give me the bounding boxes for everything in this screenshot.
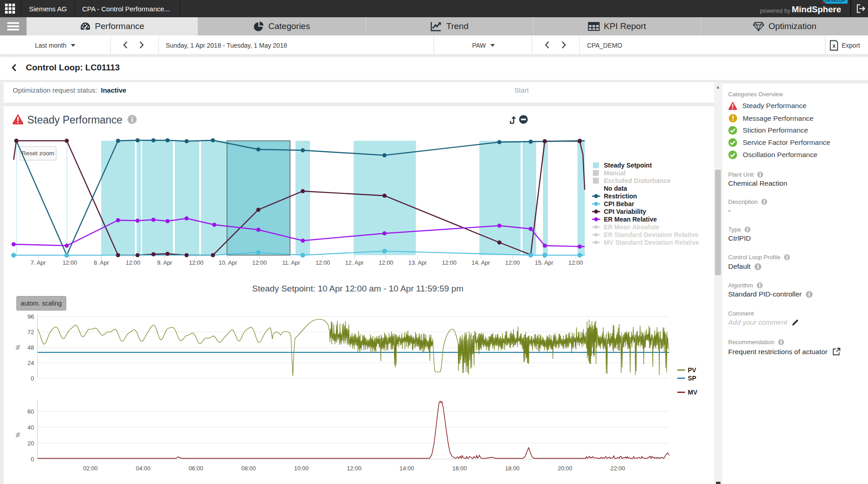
- svg-text:06:00: 06:00: [188, 465, 203, 472]
- svg-text:60: 60: [28, 408, 34, 415]
- svg-text:8. Apr: 8. Apr: [94, 259, 109, 266]
- svg-text:12:00: 12:00: [505, 259, 520, 266]
- svg-text:04:00: 04:00: [136, 465, 150, 472]
- svg-text:20:00: 20:00: [558, 465, 572, 472]
- svg-text:Manual: Manual: [604, 169, 626, 177]
- svg-text:12:00: 12:00: [442, 259, 456, 266]
- svg-text:12:00: 12:00: [379, 259, 393, 266]
- svg-text:12:00: 12:00: [189, 259, 203, 266]
- svg-text:Restriction: Restriction: [604, 193, 637, 200]
- svg-text:20: 20: [28, 440, 34, 447]
- svg-text:MV: MV: [688, 389, 698, 396]
- svg-text:ER Mean Absolute: ER Mean Absolute: [604, 223, 660, 231]
- svg-text:02:00: 02:00: [83, 465, 98, 472]
- svg-text:14:00: 14:00: [399, 465, 414, 472]
- svg-text:12:00: 12:00: [126, 259, 140, 266]
- svg-text:MV Standard Deviation Relative: MV Standard Deviation Relative: [604, 239, 699, 246]
- svg-text:%: %: [15, 432, 21, 437]
- svg-text:72: 72: [28, 329, 34, 336]
- svg-text:12. Apr: 12. Apr: [345, 259, 364, 266]
- svg-text:40: 40: [28, 424, 34, 431]
- svg-text:ER Mean Relative: ER Mean Relative: [604, 216, 657, 223]
- svg-text:No data: No data: [604, 185, 627, 192]
- svg-text:12:00: 12:00: [252, 259, 267, 266]
- svg-text:%: %: [15, 345, 21, 350]
- svg-text:12:00: 12:00: [347, 465, 361, 472]
- svg-text:Steady Setpoint: Steady Setpoint: [604, 162, 652, 169]
- svg-text:08:00: 08:00: [242, 465, 256, 472]
- svg-text:10. Apr: 10. Apr: [219, 259, 237, 266]
- svg-text:7. Apr: 7. Apr: [30, 259, 46, 266]
- svg-text:SP: SP: [688, 375, 696, 382]
- svg-text:96: 96: [28, 313, 34, 320]
- svg-text:10:00: 10:00: [294, 465, 309, 472]
- svg-text:12:00: 12:00: [316, 259, 330, 266]
- svg-text:16:00: 16:00: [452, 465, 467, 472]
- svg-text:11. Apr: 11. Apr: [282, 259, 300, 266]
- svg-text:12:00: 12:00: [63, 259, 77, 266]
- svg-text:ER Standard Deviation Relative: ER Standard Deviation Relative: [604, 231, 699, 238]
- svg-text:48: 48: [28, 344, 34, 351]
- svg-text:22:00: 22:00: [611, 465, 625, 472]
- svg-text:0: 0: [31, 375, 34, 382]
- svg-text:Excluded Disturbance: Excluded Disturbance: [604, 177, 671, 184]
- svg-text:18:00: 18:00: [505, 465, 519, 472]
- svg-text:15. Apr: 15. Apr: [535, 259, 553, 266]
- svg-text:24: 24: [28, 360, 34, 366]
- svg-text:CPI Bebar: CPI Bebar: [604, 200, 634, 207]
- svg-text:CPI Variability: CPI Variability: [604, 208, 646, 215]
- svg-text:Steady Setpoint: 10 Apr 12:00: Steady Setpoint: 10 Apr 12:00 am - 10 Ap…: [252, 284, 463, 293]
- svg-text:14. Apr: 14. Apr: [472, 259, 490, 266]
- svg-text:PV: PV: [688, 366, 696, 374]
- svg-text:0: 0: [31, 456, 34, 463]
- svg-text:13. Apr: 13. Apr: [409, 259, 427, 266]
- svg-text:9. Apr: 9. Apr: [157, 259, 173, 266]
- svg-text:12:00: 12:00: [568, 259, 583, 266]
